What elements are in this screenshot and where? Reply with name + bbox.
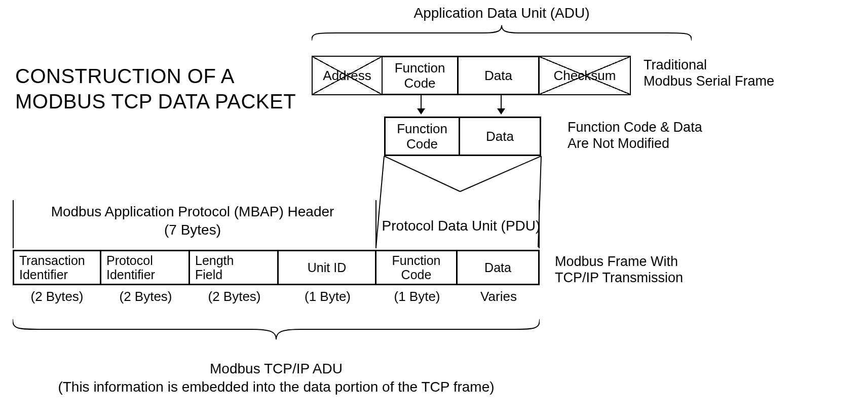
cell-function-code-1: Function Code bbox=[383, 56, 459, 95]
bytes-row: (2 Bytes) (2 Bytes) (2 Bytes) (1 Byte) (… bbox=[13, 289, 540, 304]
bytes-data: Varies bbox=[458, 289, 540, 304]
cell-checksum: Checksum bbox=[540, 56, 631, 95]
bytes-length: (2 Bytes) bbox=[190, 289, 279, 304]
tcp-frame-note: Modbus Frame With TCP/IP Transmission bbox=[555, 253, 683, 286]
cell-data-1: Data bbox=[459, 56, 540, 95]
bottom-label-2: (This information is embedded into the d… bbox=[13, 378, 540, 396]
svg-line-3 bbox=[460, 156, 541, 192]
vsep-left bbox=[13, 200, 14, 248]
pdu-header-label: Protocol Data Unit (PDU) bbox=[380, 218, 542, 234]
cell-address: Address bbox=[312, 56, 383, 95]
unmodified-row: Function Code Data bbox=[384, 117, 541, 156]
bytes-unitid: (1 Byte) bbox=[279, 289, 376, 304]
cell-function-code-3: Function Code bbox=[376, 250, 458, 285]
unmodified-note: Function Code & Data Are Not Modified bbox=[568, 119, 702, 151]
arrow-down-icon bbox=[421, 95, 422, 113]
bytes-transaction: (2 Bytes) bbox=[13, 289, 101, 304]
cell-data-3: Data bbox=[458, 250, 540, 285]
cell-length-field: Length Field bbox=[190, 250, 279, 285]
vsep-mid bbox=[375, 200, 376, 248]
diagram-title: CONSTRUCTION OF A MODBUS TCP DATA PACKET bbox=[15, 63, 296, 114]
serial-frame-note: Traditional Modbus Serial Frame bbox=[644, 57, 774, 89]
bytes-funccode: (1 Byte) bbox=[376, 289, 458, 304]
arrow-down-icon bbox=[501, 95, 502, 113]
cell-function-code-2: Function Code bbox=[384, 117, 460, 156]
svg-line-2 bbox=[384, 156, 460, 192]
title-line-2: MODBUS TCP DATA PACKET bbox=[15, 89, 296, 114]
tcp-frame-row: Transaction Identifier Protocol Identifi… bbox=[13, 250, 540, 285]
bottom-label-1: Modbus TCP/IP ADU bbox=[13, 360, 540, 378]
serial-frame-row: Address Function Code Data Checksum bbox=[312, 56, 631, 95]
cell-protocol-id: Protocol Identifier bbox=[101, 250, 190, 285]
mbap-header-label: Modbus Application Protocol (MBAP) Heade… bbox=[15, 203, 370, 239]
bytes-protocol: (2 Bytes) bbox=[101, 289, 190, 304]
cell-data-2: Data bbox=[460, 117, 541, 156]
title-line-1: CONSTRUCTION OF A bbox=[15, 63, 296, 89]
brace-bottom-icon bbox=[13, 319, 540, 339]
adu-label: Application Data Unit (ADU) bbox=[400, 5, 603, 21]
bottom-labels: Modbus TCP/IP ADU (This information is e… bbox=[13, 360, 540, 396]
cell-transaction-id: Transaction Identifier bbox=[13, 250, 101, 285]
cell-unit-id: Unit ID bbox=[279, 250, 376, 285]
brace-top-icon bbox=[312, 25, 692, 41]
